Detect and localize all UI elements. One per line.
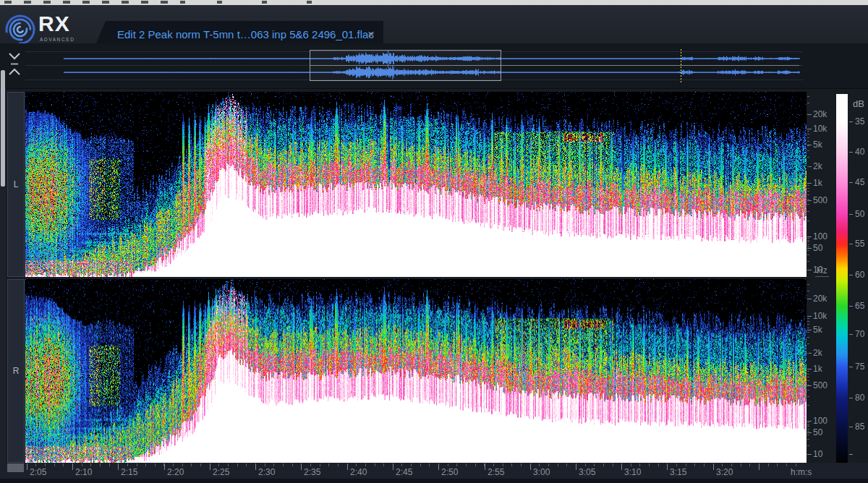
time-tick-label: 2:10: [75, 467, 92, 477]
freq-tick: [807, 183, 812, 184]
ruler-corner-box: [7, 463, 24, 472]
time-ruler: 2:052:102:152:202:252:302:352:402:452:50…: [0, 463, 868, 479]
rx-logo-icon: [5, 14, 35, 45]
time-tick: [27, 463, 27, 470]
time-minor-tick: [777, 463, 778, 466]
channel-header-left[interactable]: L: [7, 92, 25, 277]
db-tick-label: 50: [855, 209, 864, 219]
freq-minor-tick: [807, 150, 809, 151]
freq-minor-tick: [807, 134, 809, 134]
time-tick-label: 3:20: [716, 467, 733, 477]
freq-minor-tick: [807, 131, 809, 132]
freq-tick: [807, 200, 812, 201]
db-tick-label: 45: [855, 177, 864, 187]
freq-minor-tick: [807, 261, 809, 262]
freq-minor-tick: [807, 431, 809, 432]
freq-minor-tick: [807, 166, 809, 167]
time-minor-tick: [383, 463, 384, 466]
overview-waveform-canvas[interactable]: [25, 43, 803, 88]
frequency-unit-label: Hz: [815, 265, 829, 277]
time-tick: [118, 463, 119, 470]
freq-minor-tick: [807, 141, 809, 142]
freq-tick-label: 5k: [813, 325, 822, 335]
freq-minor-tick: [807, 332, 809, 333]
freq-minor-tick: [807, 343, 809, 344]
time-tick: [485, 463, 485, 470]
freq-minor-tick: [807, 188, 809, 189]
time-minor-tick: [603, 463, 604, 466]
vertical-scrollbar-thumb[interactable]: [1, 70, 5, 187]
freq-minor-tick: [807, 291, 809, 291]
rx-app-window: RX ADVANCED Edit 2 Peak norm T-5mn t…063…: [0, 0, 868, 483]
freq-minor-tick: [807, 221, 809, 221]
freq-tick-label: 20k: [813, 109, 827, 119]
freq-tick-label: 1k: [813, 178, 822, 188]
time-minor-tick: [246, 463, 247, 466]
freq-minor-tick: [807, 96, 809, 97]
spectrogram-right-channel[interactable]: [25, 279, 807, 463]
freq-minor-tick: [807, 244, 809, 245]
time-minor-tick: [631, 463, 631, 466]
time-minor-tick: [466, 463, 467, 466]
freq-tick: [807, 236, 812, 237]
time-minor-tick: [649, 463, 650, 466]
collapse-overview-icon[interactable]: [8, 51, 21, 78]
time-minor-tick: [539, 463, 540, 466]
db-tick: [849, 152, 853, 153]
time-tick-label: 2:20: [167, 467, 184, 477]
time-tick: [438, 463, 439, 470]
freq-minor-tick: [807, 371, 809, 372]
time-minor-tick: [613, 463, 613, 466]
time-minor-tick: [292, 463, 293, 466]
time-tick: [393, 463, 393, 470]
db-tick-label: 75: [855, 362, 864, 372]
time-tick-label: 2:15: [121, 467, 137, 477]
time-minor-tick: [411, 463, 412, 466]
freq-minor-tick: [807, 157, 809, 158]
freq-minor-tick: [807, 429, 809, 429]
time-tick: [347, 463, 348, 470]
time-minor-tick: [100, 463, 101, 466]
freq-tick: [807, 454, 812, 455]
time-minor-tick: [200, 463, 201, 466]
window-bottom-strip: [0, 479, 868, 483]
time-minor-tick: [448, 463, 448, 466]
time-tick: [164, 463, 165, 470]
freq-tick: [807, 421, 812, 422]
time-minor-tick: [749, 463, 750, 466]
freq-tick: [807, 129, 812, 129]
db-color-scale: [836, 94, 848, 476]
db-tick: [849, 427, 853, 427]
time-minor-tick: [429, 463, 430, 466]
freq-minor-tick: [807, 255, 809, 255]
time-minor-tick: [191, 463, 192, 466]
app-header: RX ADVANCED Edit 2 Peak norm T-5mn t…063…: [0, 5, 868, 43]
db-tick: [849, 182, 853, 183]
channel-header-right[interactable]: R: [7, 279, 25, 463]
time-minor-tick: [731, 463, 732, 466]
time-tick: [301, 463, 302, 470]
time-tick: [255, 463, 256, 470]
time-tick: [713, 463, 714, 470]
freq-minor-tick: [807, 385, 809, 385]
freq-minor-tick: [807, 422, 809, 423]
db-tick-label: 85: [855, 422, 864, 432]
rx-logo-text: RX: [38, 12, 70, 36]
freq-minor-tick: [807, 337, 809, 338]
vertical-scrollbar[interactable]: [0, 88, 6, 479]
time-tick-label: 2:35: [304, 467, 320, 477]
time-minor-tick: [265, 463, 265, 466]
time-minor-tick: [137, 463, 137, 466]
freq-tick: [807, 330, 812, 330]
freq-minor-tick: [807, 191, 809, 192]
db-tick-label: 70: [855, 329, 864, 339]
time-minor-tick: [228, 463, 229, 466]
time-minor-tick: [493, 463, 494, 466]
freq-tick: [807, 114, 812, 115]
time-tick: [72, 463, 73, 470]
spectrogram-left-channel[interactable]: [25, 92, 807, 277]
freq-minor-tick: [807, 435, 809, 435]
freq-tick-label: 20k: [813, 294, 827, 304]
time-minor-tick: [35, 463, 36, 466]
freq-minor-tick: [807, 424, 809, 425]
